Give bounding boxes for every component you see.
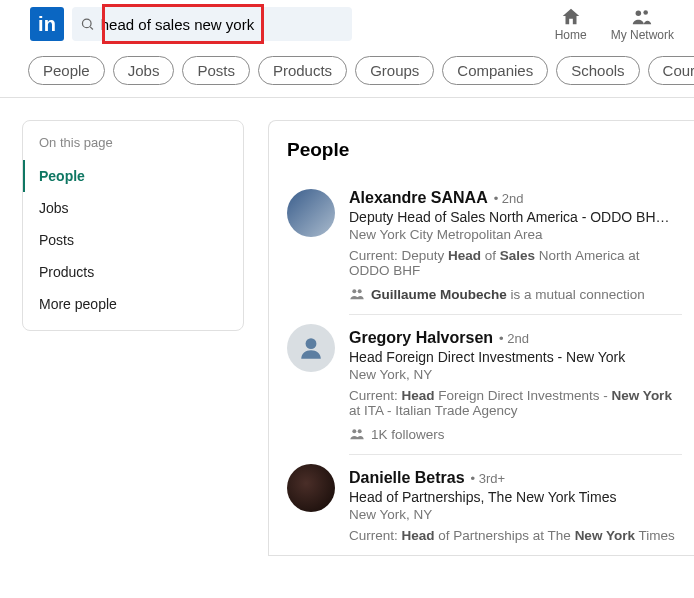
sidebar-item-people[interactable]: People: [23, 160, 243, 192]
search-input[interactable]: [101, 16, 344, 33]
results-card: People Alexandre SANAA • 2nd Deputy Head…: [268, 120, 694, 556]
person-degree: • 3rd+: [471, 471, 506, 486]
svg-point-3: [644, 10, 649, 15]
person-body: Gregory Halvorsen • 2nd Head Foreign Dir…: [349, 314, 682, 442]
filter-people[interactable]: People: [28, 56, 105, 85]
person-degree: • 2nd: [494, 191, 524, 206]
person-body: Danielle Betras • 3rd+ Head of Partnersh…: [349, 454, 682, 543]
svg-point-7: [352, 429, 356, 433]
filter-schools[interactable]: Schools: [556, 56, 639, 85]
person-headline: Head Foreign Direct Investments - New Yo…: [349, 349, 682, 365]
person-body: Alexandre SANAA • 2nd Deputy Head of Sal…: [349, 189, 682, 302]
filter-products[interactable]: Products: [258, 56, 347, 85]
people-icon: [349, 426, 365, 442]
svg-point-4: [352, 289, 356, 293]
mutual-name[interactable]: Guillaume Moubeche: [371, 287, 507, 302]
filter-groups[interactable]: Groups: [355, 56, 434, 85]
sidebar-item-more[interactable]: More people: [23, 288, 243, 320]
svg-point-6: [306, 338, 317, 349]
filter-bar: People Jobs Posts Products Groups Compan…: [0, 46, 694, 98]
person-name[interactable]: Alexandre SANAA: [349, 189, 488, 207]
avatar[interactable]: [287, 464, 335, 512]
sidebar-item-posts[interactable]: Posts: [23, 224, 243, 256]
person-icon: [298, 335, 324, 361]
svg-point-5: [358, 289, 362, 293]
filter-companies[interactable]: Companies: [442, 56, 548, 85]
top-bar: in Home My Network: [0, 0, 694, 46]
person-location: New York, NY: [349, 507, 682, 522]
person-headline: Head of Partnerships, The New York Times: [349, 489, 682, 505]
person-meta: 1K followers: [349, 426, 682, 442]
headline-rest: North America - ODDO BH…: [485, 209, 669, 225]
svg-point-8: [358, 429, 362, 433]
search-wrap[interactable]: [72, 7, 352, 41]
nav-network[interactable]: My Network: [611, 6, 674, 42]
person-meta: Guillaume Moubeche is a mutual connectio…: [349, 286, 682, 302]
person-current: Current: Head of Partnerships at The New…: [349, 528, 682, 543]
person-headline: Deputy Head of Sales North America - ODD…: [349, 209, 682, 225]
filter-posts[interactable]: Posts: [182, 56, 250, 85]
search-icon: [80, 16, 95, 32]
filter-jobs[interactable]: Jobs: [113, 56, 175, 85]
main: On this page People Jobs Posts Products …: [0, 98, 694, 556]
sidebar-item-products[interactable]: Products: [23, 256, 243, 288]
home-icon: [560, 6, 582, 28]
person-name[interactable]: Danielle Betras: [349, 469, 465, 487]
person-location: New York City Metropolitan Area: [349, 227, 682, 242]
sidebar-item-jobs[interactable]: Jobs: [23, 192, 243, 224]
people-icon: [349, 286, 365, 302]
svg-point-0: [82, 19, 91, 28]
sidebar-title: On this page: [23, 135, 243, 160]
person-degree: • 2nd: [499, 331, 529, 346]
headline-underlined: Deputy Head of Sales: [349, 209, 485, 225]
person-result[interactable]: Danielle Betras • 3rd+ Head of Partnersh…: [287, 454, 682, 555]
person-name[interactable]: Gregory Halvorsen: [349, 329, 493, 347]
top-nav: Home My Network: [555, 6, 674, 42]
sidebar-card: On this page People Jobs Posts Products …: [22, 120, 244, 331]
person-location: New York, NY: [349, 367, 682, 382]
svg-line-1: [90, 27, 93, 30]
avatar[interactable]: [287, 189, 335, 237]
person-result[interactable]: Alexandre SANAA • 2nd Deputy Head of Sal…: [287, 179, 682, 314]
linkedin-logo[interactable]: in: [30, 7, 64, 41]
nav-home-label: Home: [555, 28, 587, 42]
person-result[interactable]: Gregory Halvorsen • 2nd Head Foreign Dir…: [287, 314, 682, 454]
nav-network-label: My Network: [611, 28, 674, 42]
filter-more[interactable]: Cour: [648, 56, 694, 85]
avatar[interactable]: [287, 324, 335, 372]
person-current: Current: Deputy Head of Sales North Amer…: [349, 248, 682, 278]
nav-home[interactable]: Home: [555, 6, 587, 42]
svg-point-2: [636, 11, 642, 16]
people-icon: [631, 6, 653, 28]
person-current: Current: Head Foreign Direct Investments…: [349, 388, 682, 418]
results-heading: People: [287, 139, 682, 161]
